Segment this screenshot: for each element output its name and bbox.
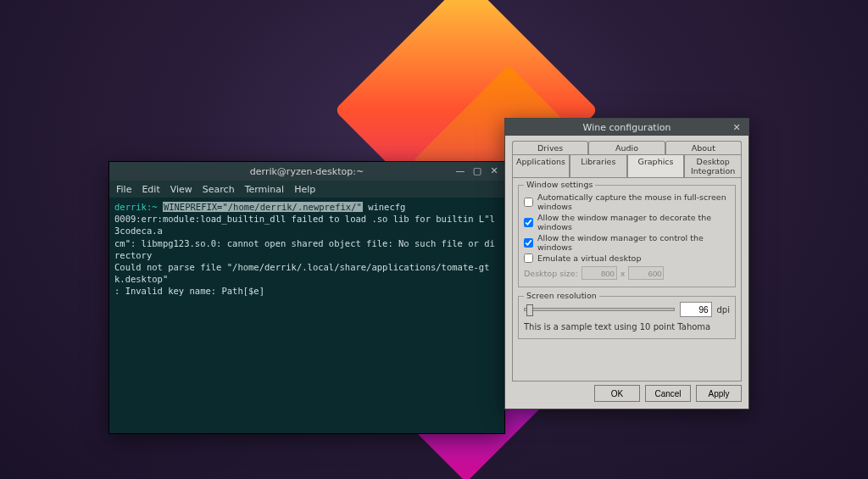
dpi-input[interactable]: [680, 302, 712, 317]
menu-view[interactable]: View: [170, 184, 192, 195]
terminal-body[interactable]: derrik:~ WINEPREFIX="/home/derrik/.newpr…: [109, 198, 504, 433]
terminal-titlebar[interactable]: derrik@ryzen-desktop:~ — ▢ ✕: [109, 162, 504, 181]
tab-panel-graphics: Window settings Automatically capture th…: [512, 177, 742, 382]
menu-search[interactable]: Search: [203, 184, 235, 195]
group-title: Window settings: [524, 180, 595, 189]
close-icon[interactable]: ✕: [730, 120, 743, 134]
terminal-menubar: File Edit View Search Terminal Help: [109, 181, 504, 198]
tab-libraries[interactable]: Libraries: [570, 154, 627, 177]
menu-terminal[interactable]: Terminal: [245, 184, 285, 195]
terminal-window: derrik@ryzen-desktop:~ — ▢ ✕ File Edit V…: [108, 161, 505, 434]
check-control-input[interactable]: [524, 238, 533, 248]
tab-drives[interactable]: Drives: [512, 141, 588, 154]
check-autocapture-input[interactable]: [524, 198, 533, 207]
check-label: Emulate a virtual desktop: [537, 253, 641, 263]
dpi-label: dpi: [717, 305, 730, 315]
desktop-size-label: Desktop size:: [524, 269, 578, 278]
group-screen-resolution: Screen resolution dpi This is a sample t…: [518, 296, 736, 339]
check-virtual-input[interactable]: [524, 253, 533, 263]
minimize-button[interactable]: —: [453, 164, 467, 177]
close-button[interactable]: ✕: [487, 164, 501, 177]
maximize-button[interactable]: ▢: [470, 164, 484, 177]
prompt-user: derrik:~: [114, 202, 158, 212]
wine-button-row: OK Cancel Apply: [512, 385, 742, 402]
tab-desktop-integration[interactable]: Desktop Integration: [684, 154, 742, 177]
group-window-settings: Window settings Automatically capture th…: [518, 185, 736, 287]
apply-button[interactable]: Apply: [696, 385, 742, 402]
check-label: Allow the window manager to control the …: [537, 233, 730, 252]
check-virtual-desktop[interactable]: Emulate a virtual desktop: [524, 253, 730, 263]
check-decorate[interactable]: Allow the window manager to decorate the…: [524, 213, 730, 231]
terminal-output-line: 0009:err:module:load_builtin_dll failed …: [114, 214, 495, 236]
desktop-size-row: Desktop size: x: [524, 266, 730, 280]
tab-audio[interactable]: Audio: [588, 141, 665, 154]
group-title: Screen resolution: [524, 291, 599, 300]
terminal-title: derrik@ryzen-desktop:~: [250, 166, 364, 177]
terminal-output-line: Could not parse file "/home/derrik/.loca…: [114, 262, 490, 284]
cancel-button[interactable]: Cancel: [645, 385, 691, 402]
wine-config-window: Wine configuration ✕ Drives Audio About …: [504, 118, 749, 409]
ok-button[interactable]: OK: [594, 385, 640, 402]
wine-tabs: Drives Audio About Applications Librarie…: [512, 141, 742, 177]
prompt-exec: winecfg: [363, 202, 406, 212]
wine-title: Wine configuration: [583, 122, 671, 133]
check-label: Allow the window manager to decorate the…: [537, 213, 730, 231]
menu-help[interactable]: Help: [294, 184, 315, 195]
check-label: Automatically capture the mouse in full-…: [537, 192, 730, 211]
tab-graphics[interactable]: Graphics: [627, 154, 685, 177]
wine-titlebar[interactable]: Wine configuration ✕: [505, 119, 748, 136]
desktop-width-input: [581, 266, 617, 280]
check-autocapture[interactable]: Automatically capture the mouse in full-…: [524, 192, 730, 211]
sample-text: This is a sample text using 10 point Tah…: [524, 322, 730, 331]
desktop-height-input: [628, 266, 664, 280]
dpi-slider-thumb[interactable]: [526, 304, 533, 316]
menu-file[interactable]: File: [116, 184, 131, 195]
check-control[interactable]: Allow the window manager to control the …: [524, 233, 730, 252]
tab-about[interactable]: About: [665, 141, 742, 154]
tab-applications[interactable]: Applications: [512, 154, 570, 177]
menu-edit[interactable]: Edit: [142, 184, 159, 195]
prompt-env: WINEPREFIX="/home/derrik/.newprefix/": [163, 202, 363, 212]
terminal-output-line: : Invalid key name: Path[$e]: [114, 286, 264, 296]
dpi-slider[interactable]: [524, 308, 675, 311]
check-decorate-input[interactable]: [524, 218, 533, 227]
terminal-output-line: cm": libmpg123.so.0: cannot open shared …: [114, 238, 495, 260]
desktop-x: x: [620, 269, 626, 278]
